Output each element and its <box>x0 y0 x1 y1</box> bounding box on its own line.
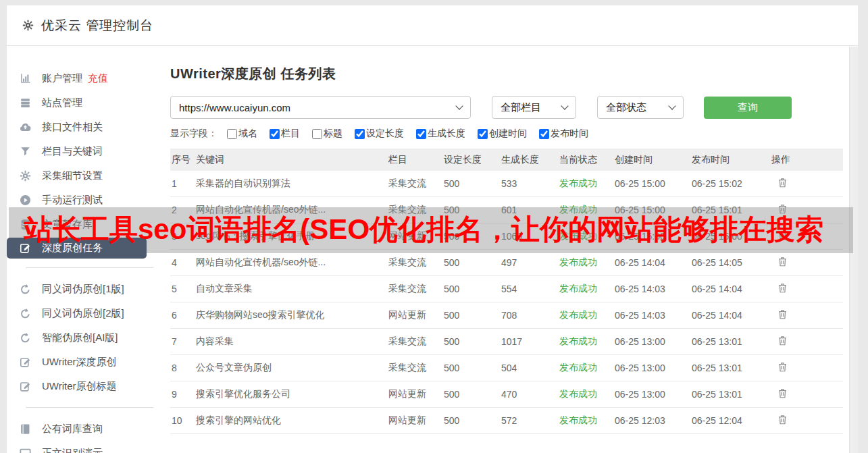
site-select-value: https://www.ucaiyun.com <box>179 102 290 113</box>
trash-icon <box>777 176 788 189</box>
sidebar-item-text-recognition[interactable]: 正文识别演示 <box>7 441 147 453</box>
cell-created-time: 06-25 13:00 <box>613 389 690 400</box>
chart-icon <box>19 72 32 85</box>
cell-index: 1 <box>170 178 195 189</box>
app-header: 优采云 管理控制台 <box>7 5 858 46</box>
cell-published-time: 06-25 13:01 <box>690 336 770 347</box>
delete-button[interactable] <box>777 387 788 400</box>
sidebar-item-uwriter-deep[interactable]: UWriter深度原创 <box>7 350 147 374</box>
sidebar-item-synonym-1[interactable]: 同义词伪原创[1版] <box>7 277 147 301</box>
field-checkbox-域名[interactable]: 域名 <box>227 128 257 140</box>
recharge-badge[interactable]: 充值 <box>88 72 108 85</box>
cell-index: 5 <box>170 284 195 294</box>
field-checkbox-input[interactable] <box>270 129 280 139</box>
refresh-icon <box>19 307 32 320</box>
cell-keyword: 搜索引擎优化服务公司 <box>195 388 387 400</box>
cell-set-length: 500 <box>442 310 500 321</box>
vertical-scrollbar[interactable] <box>849 47 858 453</box>
table-header: 序号关键词栏目设定长度生成长度当前状态创建时间发布时间操作 <box>170 149 843 171</box>
cell-keyword: seo兵书：搜索引擎优化手册 <box>195 230 387 242</box>
sidebar-item-uwriter-title[interactable]: UWriter原创标题 <box>7 374 147 398</box>
delete-button[interactable] <box>777 176 788 189</box>
delete-button[interactable] <box>777 282 788 294</box>
sidebar-item-account[interactable]: 账户管理 充值 <box>7 66 147 90</box>
cell-created-time: 06-25 15:00 <box>613 205 690 215</box>
chevron-down-icon <box>455 102 463 109</box>
cell-published-time: 06-25 15:02 <box>690 178 770 189</box>
sidebar-item-deep-original-tasks[interactable]: 深度原创任务 <box>7 238 147 259</box>
gear-icon <box>22 19 34 32</box>
delete-button[interactable] <box>777 334 788 347</box>
cell-created-time: 06-25 14:04 <box>613 257 690 268</box>
site-select[interactable]: https://www.ucaiyun.com <box>170 96 471 119</box>
field-checkbox-标题[interactable]: 标题 <box>312 128 342 140</box>
sidebar-item-synonym-2[interactable]: 同义词伪原创[2版] <box>7 301 147 325</box>
sidebar-item-interface-files[interactable]: 接口文件相关 <box>7 115 147 139</box>
page-title: UWriter深度原创 任务列表 <box>170 65 858 83</box>
delete-button[interactable] <box>777 308 788 321</box>
cell-column: 采集交流 <box>387 283 442 295</box>
chevron-down-icon <box>668 102 675 109</box>
gear-icon <box>19 169 32 182</box>
sidebar-item-manual-test[interactable]: 手动运行测试 <box>7 188 147 212</box>
sidebar-item-label: 同义词伪原创[2版] <box>42 307 124 320</box>
cell-set-length: 500 <box>442 205 500 215</box>
cell-status: 发布成功 <box>558 257 613 269</box>
cell-gen-length: 504 <box>500 363 558 373</box>
sidebar-item-smart-ai[interactable]: 智能伪原创[AI版] <box>7 325 147 350</box>
sidebar-item-public-lexicon[interactable]: 公有词库查询 <box>7 417 147 441</box>
field-checkbox-设定长度[interactable]: 设定长度 <box>355 128 404 140</box>
sidebar-item-label: 采集细节设置 <box>42 169 103 182</box>
sidebar-item-collect-settings[interactable]: 采集细节设置 <box>7 163 147 188</box>
status-select[interactable]: 全部状态 <box>597 96 684 119</box>
cell-status: 发布成功 <box>558 309 613 321</box>
cell-index: 10 <box>170 415 195 426</box>
delete-button[interactable] <box>777 361 788 373</box>
field-checkbox-生成长度[interactable]: 生成长度 <box>416 128 465 140</box>
trash-icon <box>777 361 788 373</box>
app-window: 优采云 管理控制台 账户管理 充值 站点管理 接口文件相关 栏目与关键词 采集细… <box>7 5 858 453</box>
cell-created-time: 06-25 13:00 <box>613 363 690 373</box>
delete-button[interactable] <box>777 255 788 268</box>
delete-button[interactable] <box>777 413 788 426</box>
delete-button[interactable] <box>777 203 788 215</box>
sidebar-item-columns-keywords[interactable]: 栏目与关键词 <box>7 139 147 163</box>
cell-created-time: 06-25 12:03 <box>613 415 690 426</box>
field-checkbox-input[interactable] <box>539 129 549 139</box>
cell-gen-length: 554 <box>500 284 558 294</box>
cell-created-time: 06-25 14:03 <box>613 310 690 321</box>
cell-gen-length: 1017 <box>500 336 558 347</box>
column-header: 当前状态 <box>558 154 613 166</box>
trash-icon <box>777 255 788 268</box>
sidebar-divider <box>26 267 153 268</box>
column-header: 序号 <box>170 154 195 166</box>
cell-column: 采集交流 <box>387 178 442 190</box>
field-checkbox-input[interactable] <box>355 129 365 139</box>
cell-gen-length: 708 <box>500 310 558 321</box>
sidebar-item-label: 站点管理 <box>42 97 82 109</box>
cell-status: 发布成功 <box>558 204 613 216</box>
cell-published-time: 06-25 14:04 <box>690 310 770 321</box>
query-button[interactable]: 查询 <box>704 97 792 119</box>
field-checkbox-栏目[interactable]: 栏目 <box>270 128 300 140</box>
sidebar-item-article-storage[interactable]: 文章暂存库 <box>7 212 147 236</box>
cell-set-length: 500 <box>442 178 500 189</box>
field-checkbox-label: 生成长度 <box>428 128 465 140</box>
column-select[interactable]: 全部栏目 <box>492 96 576 119</box>
cell-index: 8 <box>170 363 195 373</box>
status-select-value: 全部状态 <box>606 101 646 114</box>
cell-column: 网站更新 <box>387 230 442 242</box>
field-checkbox-创建时间[interactable]: 创建时间 <box>478 128 527 140</box>
sidebar-item-sites[interactable]: 站点管理 <box>7 90 147 115</box>
delete-button[interactable] <box>777 229 788 242</box>
field-checkbox-input[interactable] <box>227 129 237 139</box>
field-checkbox-input[interactable] <box>478 129 488 139</box>
cell-published-time: 06-25 13:01 <box>690 363 770 373</box>
trash-icon <box>777 413 788 426</box>
field-checkbox-发布时间[interactable]: 发布时间 <box>539 128 588 140</box>
cell-keyword: 公众号文章伪原创 <box>195 362 387 374</box>
field-checkbox-input[interactable] <box>416 129 426 139</box>
sidebar-item-label: 智能伪原创[AI版] <box>42 331 118 344</box>
field-checkbox-input[interactable] <box>312 129 322 139</box>
cell-published-time: 06-25 14:04 <box>690 284 770 294</box>
